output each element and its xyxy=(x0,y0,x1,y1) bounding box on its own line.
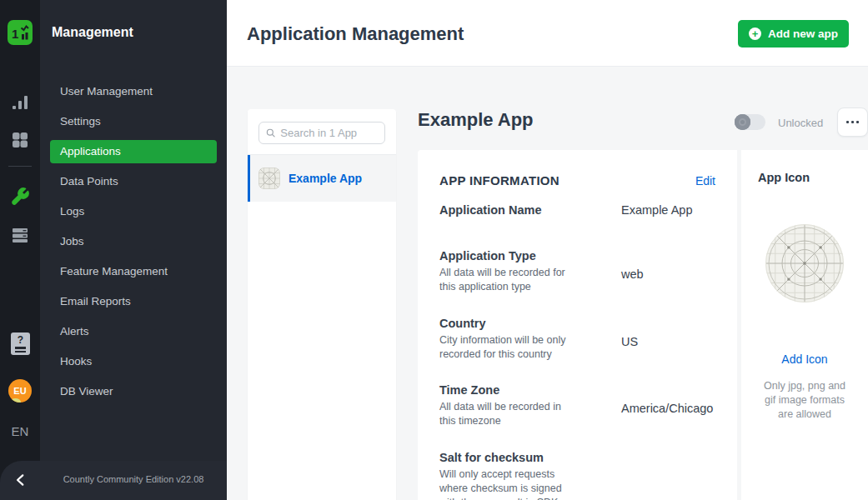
sidebar-menu: User Management Settings Applications Da… xyxy=(50,80,217,410)
app-detail-title: Example App xyxy=(418,109,534,131)
analytics-icon[interactable] xyxy=(10,93,30,113)
sidebar-title: Management xyxy=(52,25,133,40)
info-row-application-type: Application Type All data will be record… xyxy=(439,249,715,295)
sidebar-footer: Countly Community Edition v22.08 xyxy=(0,461,227,500)
sidebar-item-jobs[interactable]: Jobs xyxy=(50,230,217,253)
info-row-country: Country City information will be only re… xyxy=(439,317,715,362)
dashboards-icon[interactable] xyxy=(10,130,30,150)
sidebar-item-feature-management[interactable]: Feature Management xyxy=(50,260,217,283)
field-description: City information will be only recorded f… xyxy=(439,333,610,362)
countly-logo-icon[interactable]: 1 xyxy=(8,20,33,45)
icon-format-hint: Only jpg, png and gif image formats are … xyxy=(741,379,868,422)
collapse-sidebar-icon[interactable] xyxy=(13,472,28,488)
app-search-input[interactable] xyxy=(280,127,378,139)
info-row-salt-for-checksum: Salt for checksum Will only accept reque… xyxy=(439,451,715,500)
app-information-card: APP INFORMATION Edit Application Name Ex… xyxy=(418,150,737,500)
data-manager-icon[interactable] xyxy=(10,225,30,245)
lock-state-label: Unlocked xyxy=(778,117,823,129)
field-label: Salt for checksum xyxy=(439,451,610,464)
lock-toggle[interactable] xyxy=(735,114,765,130)
field-value: Example App xyxy=(621,203,692,220)
app-search-box[interactable] xyxy=(258,122,385,144)
field-description: All data will be recorded in this timezo… xyxy=(439,400,610,429)
main-header: Application Management + Add new app xyxy=(227,0,868,67)
management-sidebar: Management User Management Settings Appl… xyxy=(40,0,227,461)
language-selector[interactable]: EN xyxy=(0,424,40,438)
avatar-initials: EU xyxy=(13,386,26,396)
sidebar-item-applications[interactable]: Applications xyxy=(50,140,217,163)
info-row-time-zone: Time Zone All data will be recorded in t… xyxy=(439,383,715,429)
field-value: US xyxy=(621,335,638,362)
feedback-bar xyxy=(15,351,26,353)
edit-link[interactable]: Edit xyxy=(695,174,715,188)
app-list-panel: Example App xyxy=(248,109,396,500)
field-description: All data will be recorded for this appli… xyxy=(439,266,610,295)
feedback-icon[interactable]: ? xyxy=(11,332,30,355)
management-wrench-icon[interactable] xyxy=(10,187,30,207)
sidebar-item-user-management[interactable]: User Management xyxy=(50,80,217,103)
sidebar-item-alerts[interactable]: Alerts xyxy=(50,320,217,343)
sidebar-item-email-reports[interactable]: Email Reports xyxy=(50,290,217,313)
page-title: Application Management xyxy=(247,23,464,45)
app-placeholder-icon xyxy=(258,168,280,189)
add-new-app-label: Add new app xyxy=(768,28,838,40)
svg-text:1: 1 xyxy=(12,27,18,41)
app-icon-header: App Icon xyxy=(741,150,868,184)
rail-divider xyxy=(8,166,32,167)
sidebar-item-db-viewer[interactable]: DB Viewer xyxy=(50,380,217,403)
app-icon-placeholder xyxy=(765,224,844,302)
field-label: Application Type xyxy=(439,249,610,262)
field-label: Time Zone xyxy=(439,383,610,397)
icon-rail: 1 ? xyxy=(0,0,40,500)
version-caption: Countly Community Edition v22.08 xyxy=(50,474,217,484)
app-icon-card: App Icon Add Icon Only jpg, png and gif … xyxy=(741,150,868,500)
more-options-button[interactable] xyxy=(837,108,868,137)
user-avatar[interactable]: EU xyxy=(8,379,32,402)
feedback-question-glyph: ? xyxy=(11,334,30,346)
app-list-item-label: Example App xyxy=(288,172,362,185)
add-new-app-button[interactable]: + Add new app xyxy=(738,20,849,48)
add-icon-link[interactable]: Add Icon xyxy=(741,352,868,366)
search-icon xyxy=(266,128,275,138)
field-label: Application Name xyxy=(439,203,610,217)
app-list-item-example-app[interactable]: Example App xyxy=(248,155,396,202)
ellipsis-icon xyxy=(846,121,849,123)
plus-icon: + xyxy=(749,28,761,40)
sidebar-item-logs[interactable]: Logs xyxy=(50,200,217,223)
field-description: Will only accept requests where checksum… xyxy=(439,468,610,500)
sidebar-item-settings[interactable]: Settings xyxy=(50,110,217,133)
app-information-header: APP INFORMATION xyxy=(439,173,559,188)
feedback-bar xyxy=(15,347,26,349)
sidebar-item-hooks[interactable]: Hooks xyxy=(50,350,217,373)
info-row-application-name: Application Name Example App xyxy=(439,203,715,220)
field-value: America/Chicago xyxy=(621,402,713,429)
sidebar-item-data-points[interactable]: Data Points xyxy=(50,170,217,193)
lock-toggle-knob xyxy=(735,114,750,130)
application-management-screen: 1 ? xyxy=(0,0,868,500)
field-value: web xyxy=(621,268,644,295)
field-label: Country xyxy=(439,317,610,330)
